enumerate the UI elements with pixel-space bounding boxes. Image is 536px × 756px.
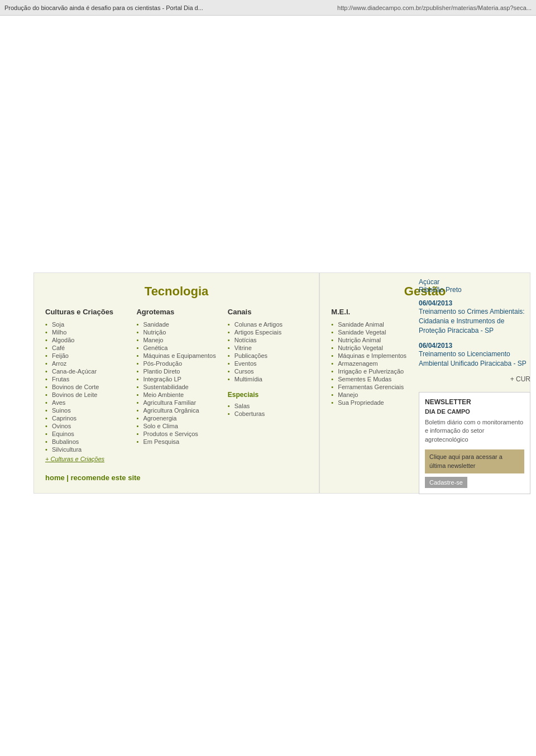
list-item[interactable]: Salas: [228, 402, 308, 410]
footer-bottom-links: home | recomende este site: [45, 473, 308, 482]
list-item[interactable]: Soja: [45, 320, 125, 328]
list-item[interactable]: Multimídia: [228, 375, 308, 383]
list-item[interactable]: Artigos Especiais: [228, 328, 308, 336]
list-item[interactable]: Agricultura Familiar: [136, 399, 216, 406]
list-item[interactable]: Milho: [45, 328, 125, 336]
list-item[interactable]: Bovinos de Corte: [45, 383, 125, 391]
list-item[interactable]: Ferramentas Gerenciais: [331, 383, 519, 391]
list-item[interactable]: Café: [45, 344, 125, 352]
list-item[interactable]: Manejo: [136, 336, 216, 344]
event-date-1: 06/04/2013: [419, 299, 530, 307]
list-item[interactable]: Sustentabilidade: [136, 383, 216, 391]
newsletter-cadastre-button[interactable]: Cadastre-se: [425, 477, 467, 488]
list-item[interactable]: Notícias: [228, 336, 308, 344]
list-item[interactable]: Aves: [45, 399, 125, 406]
list-item[interactable]: Sanidade Animal: [331, 320, 519, 328]
tecnologia-section: Tecnologia Culturas e Criações Soja Milh…: [34, 272, 319, 494]
culturas-column: Culturas e Criações Soja Milho Algodão C…: [45, 308, 125, 462]
list-item[interactable]: Colunas e Artigos: [228, 320, 308, 328]
list-item[interactable]: Pós-Produção: [136, 360, 216, 367]
list-item[interactable]: Coberturas: [228, 410, 308, 418]
list-item[interactable]: Máquinas e Implementos: [331, 352, 519, 360]
sugar-link[interactable]: Açúcar: [419, 278, 530, 286]
list-item[interactable]: Sanidade Vegetal: [331, 328, 519, 336]
tecnologia-title: Tecnologia: [45, 284, 308, 299]
list-item[interactable]: Meio Ambiente: [136, 391, 216, 399]
list-item[interactable]: Sua Propriedade: [331, 399, 519, 406]
newsletter-subtitle: DIA DE CAMPO: [425, 408, 524, 415]
agrotemas-header: Agrotemas: [136, 308, 216, 316]
list-item[interactable]: Em Pesquisa: [136, 438, 216, 446]
list-item[interactable]: Suinos: [45, 406, 125, 414]
list-item[interactable]: Sanidade: [136, 320, 216, 328]
culturas-header: Culturas e Criações: [45, 308, 125, 316]
list-item[interactable]: Agricultura Orgânica: [136, 406, 216, 414]
list-item[interactable]: Bovinos de Leite: [45, 391, 125, 399]
sugar-section: Açúcar Ribeirão Preto: [419, 278, 530, 294]
browser-url: http://www.diadecampo.com.br/zpublisher/…: [337, 4, 532, 11]
list-item[interactable]: Solo e Clima: [136, 422, 216, 430]
ribeirao-link[interactable]: Ribeirão Preto: [419, 286, 530, 294]
canais-header: Canais: [228, 308, 308, 316]
especiais-header: Especiais: [228, 391, 308, 399]
list-item[interactable]: Ovinos: [45, 422, 125, 430]
list-item[interactable]: Arroz: [45, 360, 125, 367]
especiais-list: Salas Coberturas: [228, 402, 308, 418]
list-item[interactable]: Eventos: [228, 360, 308, 367]
browser-chrome-bar: Produção do biocarvão ainda é desafio pa…: [0, 0, 536, 16]
list-item[interactable]: Plantio Direto: [136, 367, 216, 375]
list-item[interactable]: Nutrição: [136, 328, 216, 336]
list-item[interactable]: Silvicultura: [45, 446, 125, 453]
newsletter-box: NEWSLETTER DIA DE CAMPO Boletim diário c…: [419, 392, 530, 494]
tecnologia-columns: Culturas e Criações Soja Milho Algodão C…: [45, 308, 308, 462]
list-item[interactable]: Irrigação e Pulverização: [331, 367, 519, 375]
list-item[interactable]: Equinos: [45, 430, 125, 438]
list-item[interactable]: Integração LP: [136, 375, 216, 383]
browser-tab-title: Produção do biocarvão ainda é desafio pa…: [4, 4, 326, 11]
home-link[interactable]: home: [45, 473, 65, 482]
list-item[interactable]: Publicações: [228, 352, 308, 360]
list-item[interactable]: Nutrição Animal: [331, 336, 519, 344]
list-item[interactable]: Máquinas e Equipamentos: [136, 352, 216, 360]
list-item[interactable]: Manejo: [331, 391, 519, 399]
newsletter-link-button[interactable]: Clique aqui para acessar a última newsle…: [425, 449, 524, 473]
canais-column: Canais Colunas e Artigos Artigos Especia…: [228, 308, 308, 462]
agrotemas-column: Agrotemas Sanidade Nutrição Manejo Genét…: [136, 308, 216, 462]
list-item[interactable]: Genética: [136, 344, 216, 352]
list-item[interactable]: Algodão: [45, 336, 125, 344]
footer-separator: |: [65, 473, 71, 482]
canais-list: Colunas e Artigos Artigos Especiais Notí…: [228, 320, 308, 383]
list-item[interactable]: Nutrição Vegetal: [331, 344, 519, 352]
list-item[interactable]: Frutas: [45, 375, 125, 383]
agrotemas-list: Sanidade Nutrição Manejo Genética Máquin…: [136, 320, 216, 446]
list-item[interactable]: Caprinos: [45, 414, 125, 422]
page-wrapper: Açúcar Ribeirão Preto 06/04/2013 Treinam…: [0, 272, 536, 756]
mei-list: Sanidade Animal Sanidade Vegetal Nutriçã…: [331, 320, 519, 406]
culturas-more-link[interactable]: + Culturas e Criações: [45, 456, 125, 462]
list-item[interactable]: Bubalinos: [45, 438, 125, 446]
newsletter-desc: Boletim diário com o monitoramento e inf…: [425, 418, 524, 444]
list-item[interactable]: Produtos e Serviços: [136, 430, 216, 438]
recommend-link[interactable]: recomende este site: [71, 473, 141, 482]
list-item[interactable]: Armazenagem: [331, 360, 519, 367]
list-item[interactable]: Cana-de-Açúcar: [45, 367, 125, 375]
list-item[interactable]: Vitrine: [228, 344, 308, 352]
list-item[interactable]: Cursos: [228, 367, 308, 375]
list-item[interactable]: Sementes E Mudas: [331, 375, 519, 383]
culturas-list: Soja Milho Algodão Café Feijão Arroz Can…: [45, 320, 125, 453]
list-item[interactable]: Agroenergia: [136, 414, 216, 422]
list-item[interactable]: Feijão: [45, 352, 125, 360]
